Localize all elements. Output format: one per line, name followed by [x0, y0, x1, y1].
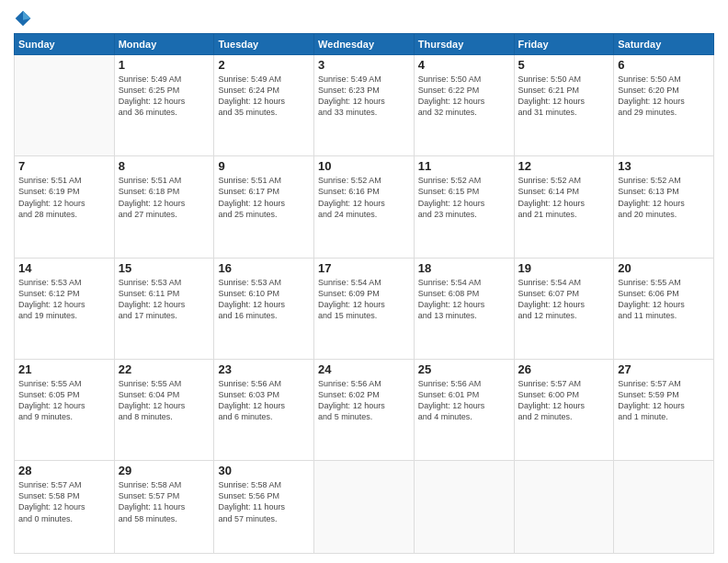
calendar-cell: 9Sunrise: 5:51 AM Sunset: 6:17 PM Daylig…	[214, 156, 314, 258]
calendar-cell: 1Sunrise: 5:49 AM Sunset: 6:25 PM Daylig…	[114, 55, 214, 156]
calendar-cell: 30Sunrise: 5:58 AM Sunset: 5:56 PM Dayli…	[214, 461, 314, 554]
cell-info: Sunrise: 5:57 AM Sunset: 5:58 PM Dayligh…	[18, 479, 110, 524]
calendar-cell: 17Sunrise: 5:54 AM Sunset: 6:09 PM Dayli…	[314, 258, 415, 359]
calendar-table: SundayMondayTuesdayWednesdayThursdayFrid…	[14, 33, 714, 554]
calendar-cell: 18Sunrise: 5:54 AM Sunset: 6:08 PM Dayli…	[414, 258, 514, 359]
cell-info: Sunrise: 5:56 AM Sunset: 6:02 PM Dayligh…	[318, 378, 410, 423]
calendar-cell: 25Sunrise: 5:56 AM Sunset: 6:01 PM Dayli…	[414, 359, 514, 460]
day-number: 21	[18, 362, 110, 376]
cell-info: Sunrise: 5:52 AM Sunset: 6:14 PM Dayligh…	[518, 175, 610, 220]
calendar-cell: 26Sunrise: 5:57 AM Sunset: 6:00 PM Dayli…	[514, 359, 614, 460]
day-number: 25	[418, 362, 510, 376]
logo	[14, 9, 36, 28]
calendar-cell: 7Sunrise: 5:51 AM Sunset: 6:19 PM Daylig…	[15, 156, 115, 258]
day-number: 3	[318, 58, 410, 72]
calendar-cell: 22Sunrise: 5:55 AM Sunset: 6:04 PM Dayli…	[114, 359, 214, 460]
day-number: 10	[318, 159, 410, 173]
calendar-cell: 10Sunrise: 5:52 AM Sunset: 6:16 PM Dayli…	[314, 156, 415, 258]
cell-info: Sunrise: 5:56 AM Sunset: 6:01 PM Dayligh…	[418, 378, 510, 423]
cell-info: Sunrise: 5:53 AM Sunset: 6:12 PM Dayligh…	[18, 277, 110, 322]
week-row-1: 1Sunrise: 5:49 AM Sunset: 6:25 PM Daylig…	[15, 55, 714, 156]
cell-info: Sunrise: 5:52 AM Sunset: 6:13 PM Dayligh…	[618, 175, 710, 220]
calendar-cell: 23Sunrise: 5:56 AM Sunset: 6:03 PM Dayli…	[214, 359, 314, 460]
logo-icon	[14, 9, 32, 28]
calendar-cell	[15, 55, 115, 156]
weekday-header-tuesday: Tuesday	[214, 34, 314, 55]
cell-info: Sunrise: 5:53 AM Sunset: 6:10 PM Dayligh…	[218, 277, 310, 322]
day-number: 14	[18, 261, 110, 275]
day-number: 12	[518, 159, 610, 173]
cell-info: Sunrise: 5:57 AM Sunset: 6:00 PM Dayligh…	[518, 378, 610, 423]
day-number: 15	[119, 261, 210, 275]
calendar-cell: 4Sunrise: 5:50 AM Sunset: 6:22 PM Daylig…	[414, 55, 514, 156]
calendar-cell: 2Sunrise: 5:49 AM Sunset: 6:24 PM Daylig…	[214, 55, 314, 156]
cell-info: Sunrise: 5:54 AM Sunset: 6:07 PM Dayligh…	[518, 277, 610, 322]
day-number: 16	[218, 261, 310, 275]
cell-info: Sunrise: 5:56 AM Sunset: 6:03 PM Dayligh…	[218, 378, 310, 423]
week-row-4: 21Sunrise: 5:55 AM Sunset: 6:05 PM Dayli…	[15, 359, 714, 460]
cell-info: Sunrise: 5:50 AM Sunset: 6:20 PM Dayligh…	[618, 74, 710, 119]
day-number: 20	[618, 261, 710, 275]
day-number: 19	[518, 261, 610, 275]
cell-info: Sunrise: 5:52 AM Sunset: 6:16 PM Dayligh…	[318, 175, 410, 220]
calendar-cell: 14Sunrise: 5:53 AM Sunset: 6:12 PM Dayli…	[15, 258, 115, 359]
cell-info: Sunrise: 5:53 AM Sunset: 6:11 PM Dayligh…	[119, 277, 210, 322]
cell-info: Sunrise: 5:51 AM Sunset: 6:18 PM Dayligh…	[119, 175, 210, 220]
weekday-header-monday: Monday	[114, 34, 214, 55]
calendar-cell: 16Sunrise: 5:53 AM Sunset: 6:10 PM Dayli…	[214, 258, 314, 359]
weekday-header-thursday: Thursday	[414, 34, 514, 55]
day-number: 30	[218, 464, 310, 477]
calendar-cell: 27Sunrise: 5:57 AM Sunset: 5:59 PM Dayli…	[614, 359, 714, 460]
day-number: 7	[18, 159, 110, 173]
day-number: 11	[418, 159, 510, 173]
svg-marker-1	[23, 11, 30, 20]
calendar-cell	[414, 461, 514, 554]
calendar-page: SundayMondayTuesdayWednesdayThursdayFrid…	[0, 0, 728, 563]
day-number: 13	[618, 159, 710, 173]
cell-info: Sunrise: 5:49 AM Sunset: 6:25 PM Dayligh…	[119, 74, 210, 119]
cell-info: Sunrise: 5:50 AM Sunset: 6:21 PM Dayligh…	[518, 74, 610, 119]
weekday-header-row: SundayMondayTuesdayWednesdayThursdayFrid…	[15, 34, 714, 55]
calendar-cell: 3Sunrise: 5:49 AM Sunset: 6:23 PM Daylig…	[314, 55, 415, 156]
header	[14, 9, 714, 28]
day-number: 6	[618, 58, 710, 72]
calendar-cell: 6Sunrise: 5:50 AM Sunset: 6:20 PM Daylig…	[614, 55, 714, 156]
cell-info: Sunrise: 5:54 AM Sunset: 6:09 PM Dayligh…	[318, 277, 410, 322]
calendar-cell: 13Sunrise: 5:52 AM Sunset: 6:13 PM Dayli…	[614, 156, 714, 258]
day-number: 9	[218, 159, 310, 173]
cell-info: Sunrise: 5:51 AM Sunset: 6:17 PM Dayligh…	[218, 175, 310, 220]
calendar-cell: 29Sunrise: 5:58 AM Sunset: 5:57 PM Dayli…	[114, 461, 214, 554]
day-number: 4	[418, 58, 510, 72]
day-number: 27	[618, 362, 710, 376]
week-row-5: 28Sunrise: 5:57 AM Sunset: 5:58 PM Dayli…	[15, 461, 714, 554]
week-row-3: 14Sunrise: 5:53 AM Sunset: 6:12 PM Dayli…	[15, 258, 714, 359]
day-number: 1	[119, 58, 210, 72]
day-number: 8	[119, 159, 210, 173]
calendar-cell: 20Sunrise: 5:55 AM Sunset: 6:06 PM Dayli…	[614, 258, 714, 359]
day-number: 22	[119, 362, 210, 376]
cell-info: Sunrise: 5:54 AM Sunset: 6:08 PM Dayligh…	[418, 277, 510, 322]
calendar-cell	[514, 461, 614, 554]
cell-info: Sunrise: 5:58 AM Sunset: 5:57 PM Dayligh…	[119, 479, 210, 524]
weekday-header-wednesday: Wednesday	[314, 34, 415, 55]
calendar-cell	[614, 461, 714, 554]
calendar-cell: 12Sunrise: 5:52 AM Sunset: 6:14 PM Dayli…	[514, 156, 614, 258]
day-number: 5	[518, 58, 610, 72]
weekday-header-sunday: Sunday	[15, 34, 115, 55]
cell-info: Sunrise: 5:55 AM Sunset: 6:04 PM Dayligh…	[119, 378, 210, 423]
cell-info: Sunrise: 5:49 AM Sunset: 6:24 PM Dayligh…	[218, 74, 310, 119]
calendar-cell: 24Sunrise: 5:56 AM Sunset: 6:02 PM Dayli…	[314, 359, 415, 460]
day-number: 18	[418, 261, 510, 275]
calendar-cell: 15Sunrise: 5:53 AM Sunset: 6:11 PM Dayli…	[114, 258, 214, 359]
day-number: 24	[318, 362, 410, 376]
day-number: 2	[218, 58, 310, 72]
cell-info: Sunrise: 5:52 AM Sunset: 6:15 PM Dayligh…	[418, 175, 510, 220]
cell-info: Sunrise: 5:50 AM Sunset: 6:22 PM Dayligh…	[418, 74, 510, 119]
cell-info: Sunrise: 5:57 AM Sunset: 5:59 PM Dayligh…	[618, 378, 710, 423]
day-number: 29	[119, 464, 210, 477]
calendar-cell: 5Sunrise: 5:50 AM Sunset: 6:21 PM Daylig…	[514, 55, 614, 156]
weekday-header-friday: Friday	[514, 34, 614, 55]
calendar-cell: 8Sunrise: 5:51 AM Sunset: 6:18 PM Daylig…	[114, 156, 214, 258]
calendar-cell: 28Sunrise: 5:57 AM Sunset: 5:58 PM Dayli…	[15, 461, 115, 554]
calendar-cell: 21Sunrise: 5:55 AM Sunset: 6:05 PM Dayli…	[15, 359, 115, 460]
